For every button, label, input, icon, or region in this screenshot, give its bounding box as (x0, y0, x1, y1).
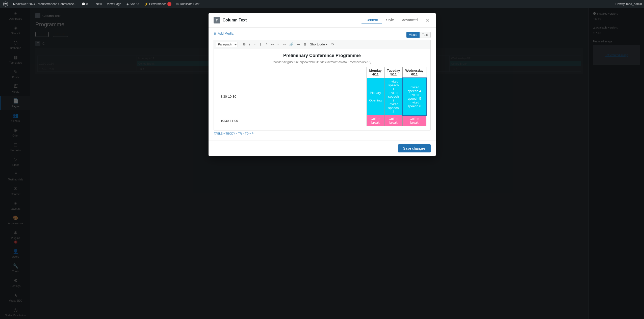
tab-style[interactable]: Style (382, 17, 398, 23)
site-title: MedPower 2024 - Mediterranean Conference… (13, 2, 76, 6)
new-item[interactable]: + New (92, 2, 103, 6)
link-button[interactable]: 🔗 (288, 42, 295, 47)
editor-toolbar: Paragraph B I ≡ ⋮ ❝ ⬄ ≡ ⬄ 🔗 — ⊞ Shortcod… (214, 40, 431, 49)
duplicate-icon: ⧉ (176, 2, 179, 6)
column-text-modal: T Column Text Content Style Advanced ✕ ⊕ (209, 13, 436, 156)
header-empty (218, 67, 367, 78)
modal-close-button[interactable]: ✕ (424, 17, 431, 24)
table-button[interactable]: ⊞ (302, 42, 308, 47)
bold-button[interactable]: B (242, 42, 247, 47)
tab-content[interactable]: Content (362, 17, 382, 23)
monday-coffee-cell[interactable]: Coffee break (367, 115, 384, 126)
modal-title-icon: T (214, 17, 220, 23)
italic-button[interactable]: I (248, 42, 251, 47)
view-page-item[interactable]: View Page (106, 2, 122, 6)
breadcrumb: TABLE » TBODY » TR » TD » P (214, 130, 431, 137)
modal-body: ⊕ Add Media Visual Text Paragraph B I ≡ … (209, 28, 436, 141)
comments-count: 8 (86, 2, 88, 6)
sitekit-bar-item[interactable]: ◈ Site Kit (125, 2, 140, 6)
align-center-button[interactable]: ≡ (276, 42, 281, 47)
time-cell-1: 8:30-10:30 (218, 78, 367, 115)
admin-bar: W MedPower 2024 - Mediterranean Conferen… (0, 0, 644, 8)
header-tuesday: Tuesday 5/11 (384, 67, 403, 78)
add-media-icon: ⊕ (214, 32, 216, 35)
wednesday-coffee-cell[interactable]: Coffee break (403, 115, 426, 126)
duplicate-post-item[interactable]: ⧉ Duplicate Post (175, 2, 200, 6)
visual-button[interactable]: Visual (406, 32, 420, 38)
time-cell-2: 10:30-11:00 (218, 115, 367, 126)
svg-text:W: W (4, 3, 7, 6)
duplicate-label: Duplicate Post (180, 2, 199, 6)
modal-footer: Save changes (209, 141, 436, 156)
visual-text-toggle: Visual Text (406, 32, 430, 38)
shortcode-display: [divider height="30" style="default" lin… (218, 60, 426, 64)
sitekit-icon: ◈ (126, 2, 129, 6)
breadcrumb-text[interactable]: TABLE » TBODY » TR » TD » P (214, 132, 254, 135)
add-media-label: Add Media (218, 32, 234, 35)
modal-title: Column Text (223, 18, 359, 22)
horizontal-rule-button[interactable]: — (296, 42, 301, 47)
site-title-item[interactable]: MedPower 2024 - Mediterranean Conference… (12, 2, 78, 6)
performance-badge: 3 (167, 2, 171, 6)
plus-icon: + (93, 2, 95, 6)
tuesday-coffee-cell[interactable]: Coffee break (384, 115, 403, 126)
tuesday-morning-cell[interactable]: Invited speech 1Invited speech 2Invited … (384, 78, 403, 115)
header-monday: Monday 4/11 (367, 67, 384, 78)
modal-header: T Column Text Content Style Advanced ✕ (209, 13, 436, 28)
ordered-list-button[interactable]: ⋮ (258, 42, 264, 47)
comments-icon: 💬 (82, 2, 85, 6)
paragraph-select[interactable]: Paragraph (216, 42, 238, 47)
plenary-cell[interactable]: Plenary – Opening (367, 78, 384, 115)
toolbar-divider-1 (240, 42, 240, 47)
sitekit-label: Site Kit (130, 2, 139, 6)
tab-advanced[interactable]: Advanced (398, 17, 422, 23)
save-changes-button[interactable]: Save changes (398, 144, 431, 152)
editor-content[interactable]: Preliminary Conference Programme [divide… (214, 49, 431, 130)
wednesday-morning-cell[interactable]: Invited speech 4Invited speech 5Invited … (403, 78, 426, 115)
performance-icon: ⚡ (144, 2, 148, 6)
performance-label: Performance (149, 2, 167, 6)
unordered-list-button[interactable]: ≡ (252, 42, 257, 47)
shortcode-button[interactable]: Shortcode ▾ (309, 42, 329, 47)
align-left-button[interactable]: ⬄ (270, 42, 275, 47)
modal-overlay: T Column Text Content Style Advanced ✕ ⊕ (0, 8, 644, 319)
conference-title: Preliminary Conference Programme (218, 53, 426, 58)
table-row-2: 10:30-11:00 Coffee break Coffee break Co… (218, 115, 426, 126)
howdy-text: Howdy, med_admin (615, 2, 642, 6)
performance-bar-item[interactable]: ⚡ Performance 3 (143, 2, 173, 6)
comments-item[interactable]: 💬 8 (81, 2, 89, 6)
refresh-button[interactable]: ↻ (330, 42, 335, 47)
modal-tabs: Content Style Advanced (362, 17, 422, 23)
new-label: New (96, 2, 102, 6)
view-page-label: View Page (107, 2, 121, 6)
blockquote-button[interactable]: ❝ (265, 42, 269, 47)
header-wednesday: Wednesday 6/11 (403, 67, 426, 78)
conference-table: Monday 4/11 Tuesday 5/11 Wednesday 6/11 … (218, 67, 426, 126)
table-row-1: 8:30-10:30 Plenary – Opening Invited spe… (218, 78, 426, 115)
wp-logo-item[interactable]: W (2, 2, 9, 7)
text-button[interactable]: Text (420, 32, 430, 38)
align-right-button[interactable]: ⬄ (282, 42, 287, 47)
add-media-button[interactable]: ⊕ Add Media (214, 32, 234, 35)
